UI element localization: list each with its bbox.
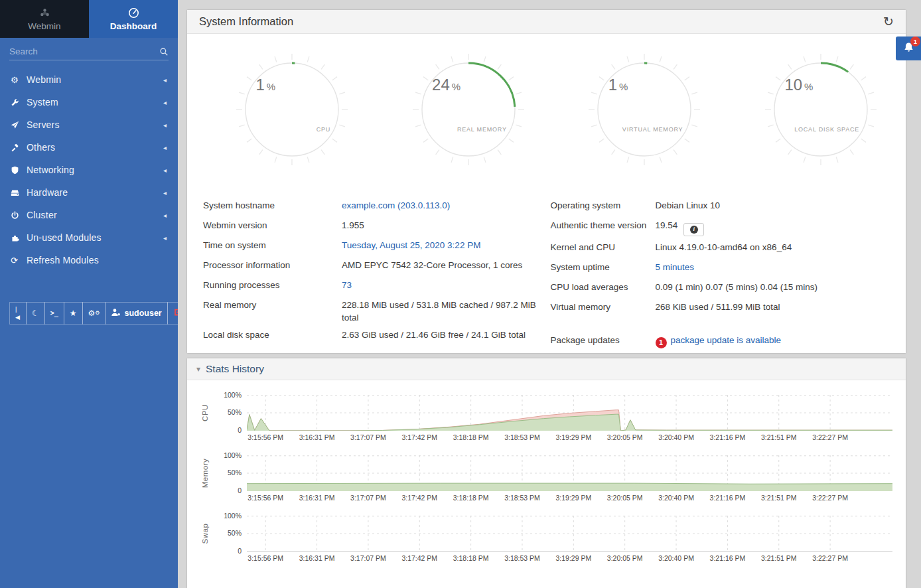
row-processor-information: Processor information AMD EPYC 7542 32-C… bbox=[203, 254, 543, 274]
cpu-history-chart: CPU 100%50%0 3:15:56 PM3:16:31 PM3:17:07… bbox=[198, 395, 892, 441]
gears-icon: ⚙⚙ bbox=[88, 309, 100, 317]
sidebar-item-hardware[interactable]: Hardware◂ bbox=[0, 181, 178, 204]
wrench-icon bbox=[11, 98, 27, 107]
power-icon bbox=[11, 211, 27, 220]
collapse-sidebar-icon: |◀ bbox=[15, 305, 21, 321]
search-input[interactable] bbox=[9, 46, 159, 56]
time-on-system-link[interactable]: Tuesday, August 25, 2020 3:22 PM bbox=[342, 240, 480, 250]
y-tick-label: 100% bbox=[224, 391, 242, 399]
sidebar-item-networking[interactable]: Networking◂ bbox=[0, 159, 178, 181]
chevron-left-icon: ◂ bbox=[163, 76, 167, 84]
sidebar: Webmin Dashboard ⚙Webmin◂System◂Servers◂… bbox=[0, 0, 178, 588]
notification-count-badge: 1 bbox=[910, 37, 920, 46]
x-tick-label: 3:21:51 PM bbox=[761, 554, 797, 562]
sidebar-item-others[interactable]: Others◂ bbox=[0, 136, 178, 159]
main-content: System Information ↻ 1% CPU 24% REAL MEM… bbox=[178, 0, 921, 588]
chevron-left-icon: ◂ bbox=[163, 121, 167, 129]
info-value: 1.955 bbox=[342, 219, 543, 234]
star-icon: ★ bbox=[70, 309, 77, 317]
sidebar-tabs: Webmin Dashboard bbox=[0, 0, 178, 38]
sidebar-item-webmin[interactable]: ⚙Webmin◂ bbox=[0, 68, 178, 91]
sidebar-item-un-used-modules[interactable]: Un-used Modules◂ bbox=[0, 226, 178, 249]
shield-icon bbox=[11, 166, 27, 175]
x-tick-label: 3:22:27 PM bbox=[812, 554, 848, 562]
x-tick-label: 3:18:53 PM bbox=[504, 494, 540, 502]
info-label: Authentic theme version bbox=[551, 219, 656, 236]
gauge-local-disk-space-value: 10% bbox=[784, 76, 813, 94]
harddrive-icon bbox=[11, 188, 27, 197]
theme-info-button[interactable]: i bbox=[683, 223, 704, 236]
tab-dashboard-label: Dashboard bbox=[110, 21, 157, 31]
x-tick-label: 3:18:53 PM bbox=[504, 554, 540, 562]
info-label: Local disk space bbox=[203, 329, 342, 344]
running-processes-link[interactable]: 73 bbox=[342, 280, 352, 290]
system-information-header: System Information ↻ bbox=[187, 10, 906, 34]
x-tick-label: 3:16:31 PM bbox=[299, 554, 335, 562]
info-value: AMD EPYC 7542 32-Core Processor, 1 cores bbox=[342, 259, 543, 274]
row-time-on-system: Time on system Tuesday, August 25, 2020 … bbox=[203, 234, 543, 254]
x-tick-label: 3:20:40 PM bbox=[658, 494, 694, 502]
sidebar-item-cluster[interactable]: Cluster◂ bbox=[0, 204, 178, 226]
package-updates-link[interactable]: package update is available bbox=[671, 335, 782, 345]
chevron-down-icon: ▾ bbox=[196, 364, 200, 374]
tab-webmin-label: Webmin bbox=[28, 21, 60, 31]
refresh-icon[interactable]: ↻ bbox=[883, 15, 894, 28]
night-mode-button[interactable]: ☾ bbox=[26, 302, 45, 325]
stats-history-header[interactable]: ▾ Stats History bbox=[187, 358, 906, 380]
x-tick-label: 3:22:27 PM bbox=[812, 433, 848, 441]
sidebar-item-label: Others bbox=[27, 142, 163, 153]
info-value: 268 KiB used / 511.99 MiB total bbox=[656, 301, 863, 316]
favorites-button[interactable]: ★ bbox=[64, 302, 83, 325]
gauge-cpu-label: CPU bbox=[317, 126, 330, 133]
tab-dashboard[interactable]: Dashboard bbox=[89, 0, 178, 38]
row-local-disk-space: Local disk space 2.63 GiB used / 21.46 G… bbox=[203, 324, 543, 344]
info-icon: i bbox=[690, 226, 698, 234]
collapse-sidebar-button[interactable]: |◀ bbox=[9, 302, 27, 325]
info-label: Real memory bbox=[203, 299, 342, 324]
sidebar-menu: ⚙Webmin◂System◂Servers◂Others◂Networking… bbox=[0, 68, 178, 271]
hostname-link[interactable]: example.com (203.0.113.0) bbox=[342, 200, 450, 210]
package-count-badge: 1 bbox=[656, 337, 667, 348]
row-system-hostname: System hostname example.com (203.0.113.0… bbox=[203, 194, 543, 214]
sidebar-item-refresh-modules[interactable]: ⟳Refresh Modules bbox=[0, 249, 178, 271]
x-tick-label: 3:17:07 PM bbox=[350, 433, 386, 441]
terminal-button[interactable]: >_ bbox=[44, 302, 64, 325]
x-tick-label: 3:20:40 PM bbox=[658, 554, 694, 562]
chevron-left-icon: ◂ bbox=[163, 189, 167, 196]
x-tick-label: 3:21:16 PM bbox=[710, 554, 746, 562]
sidebar-item-label: Servers bbox=[27, 119, 163, 130]
notifications-button[interactable]: 1 bbox=[896, 37, 921, 60]
gauge-virtual-memory-value: 1% bbox=[608, 76, 628, 94]
row-kernel-and-cpu: Kernel and CPU Linux 4.19.0-10-amd64 on … bbox=[551, 236, 890, 256]
info-label: Virtual memory bbox=[551, 301, 656, 316]
theme-settings-button[interactable]: ⚙⚙ bbox=[82, 302, 106, 325]
gauge-cpu-value: 1% bbox=[255, 76, 275, 94]
tab-webmin[interactable]: Webmin bbox=[0, 0, 89, 38]
x-tick-label: 3:20:05 PM bbox=[607, 433, 643, 441]
y-tick-label: 50% bbox=[228, 469, 242, 477]
row-package-updates: Package updates 1package update is avail… bbox=[551, 329, 890, 349]
info-value: 2.63 GiB used / 21.46 GiB free / 24.1 Gi… bbox=[342, 329, 543, 344]
sidebar-quick-actions: |◀ ☾ >_ ★ ⚙⚙ sudouser bbox=[9, 302, 169, 325]
x-tick-label: 3:17:42 PM bbox=[401, 554, 437, 562]
sidebar-item-label: Un-used Modules bbox=[27, 232, 163, 243]
x-tick-label: 3:21:16 PM bbox=[710, 494, 746, 502]
row-real-memory: Real memory 228.18 MiB used / 531.8 MiB … bbox=[203, 294, 543, 324]
info-label: System hostname bbox=[203, 199, 342, 214]
x-tick-label: 3:22:27 PM bbox=[812, 494, 848, 502]
sidebar-item-servers[interactable]: Servers◂ bbox=[0, 113, 178, 136]
x-tick-label: 3:18:18 PM bbox=[453, 554, 489, 562]
x-tick-label: 3:19:29 PM bbox=[555, 433, 591, 441]
user-menu-button[interactable]: sudouser bbox=[105, 302, 167, 325]
system-uptime-link[interactable]: 5 minutes bbox=[656, 262, 695, 272]
x-tick-label: 3:15:56 PM bbox=[248, 494, 283, 502]
info-label: System uptime bbox=[551, 261, 656, 276]
sidebar-item-system[interactable]: System◂ bbox=[0, 91, 178, 113]
y-tick-label: 0 bbox=[238, 547, 242, 555]
x-tick-label: 3:18:53 PM bbox=[504, 433, 540, 441]
gauge-real-memory: 24% REAL MEMORY bbox=[410, 51, 527, 168]
stats-charts: CPU 100%50%0 3:15:56 PM3:16:31 PM3:17:07… bbox=[187, 380, 906, 562]
hammer-icon bbox=[11, 143, 27, 152]
gauge-real-memory-value: 24% bbox=[432, 76, 460, 94]
system-info-column-left: System hostname example.com (203.0.113.0… bbox=[203, 194, 543, 349]
